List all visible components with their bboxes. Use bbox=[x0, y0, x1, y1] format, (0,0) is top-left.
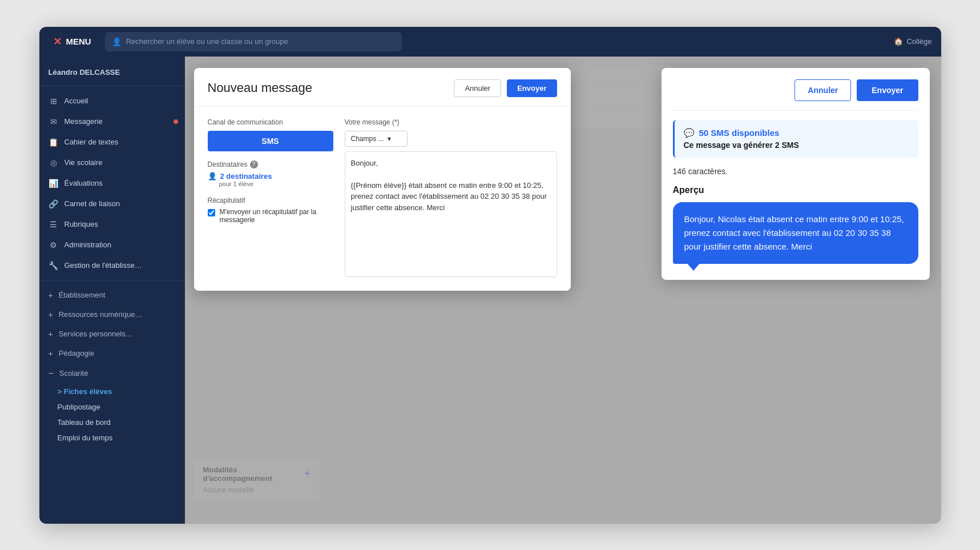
sms-available-box: 💬 50 SMS disponibles Ce message va génér… bbox=[673, 120, 918, 158]
sub-label: Fiches élèves bbox=[64, 387, 112, 396]
sidebar-section-etablissement[interactable]: + Établissement bbox=[39, 286, 185, 305]
recap-label: Récapitulatif bbox=[208, 196, 333, 204]
content-area: 👥 3AB2TEC 👥 3ABESP2 👥 3ABGSVT2 Modalités… bbox=[185, 57, 941, 524]
sidebar-label: Accueil bbox=[64, 97, 88, 105]
recapitulatif-section: Récapitulatif M'envoyer un récapitulatif… bbox=[208, 196, 333, 224]
recap-checkbox-label[interactable]: M'envoyer un récapitulatif par la messag… bbox=[208, 208, 333, 224]
modal-title: Nouveau message bbox=[208, 81, 312, 95]
annuler-button-preview[interactable]: Annuler bbox=[795, 79, 851, 101]
champs-select[interactable]: Champs ... ▾ bbox=[345, 131, 408, 147]
sidebar-item-evaluations[interactable]: 📊 Évaluations bbox=[39, 173, 185, 194]
votre-message-label: Votre message (*) bbox=[345, 118, 557, 126]
dest-label: Destinataires ? bbox=[208, 160, 333, 168]
dest-sub: pour 1 élève bbox=[219, 180, 333, 187]
minus-icon: − bbox=[49, 368, 54, 379]
chart-icon: 📊 bbox=[49, 178, 59, 188]
sidebar-section-ressources[interactable]: + Ressources numérique… bbox=[39, 305, 185, 324]
sidebar: Léandro DELCASSE ⊞ Accueil ✉ Messagerie … bbox=[39, 57, 185, 524]
sub-label: Emploi du temps bbox=[58, 433, 113, 442]
modal-overlay: Nouveau message Annuler Envoyer Canal de… bbox=[185, 57, 941, 524]
plus-icon: + bbox=[49, 310, 53, 319]
modal-body: Canal de communication SMS Destinataires… bbox=[194, 107, 571, 291]
sms-bubble: Bonjour, Nicolas était absent ce matin e… bbox=[673, 202, 918, 264]
menu-label: MENU bbox=[66, 37, 91, 46]
grid-icon: ⊞ bbox=[49, 96, 59, 106]
sidebar-label: Rubriques bbox=[64, 220, 98, 228]
char-count: 146 caractères. bbox=[673, 167, 918, 176]
section-label: Services personnels… bbox=[59, 330, 133, 338]
plus-icon: + bbox=[49, 291, 53, 300]
close-icon: ✕ bbox=[53, 35, 62, 48]
sms-dispo-label: 50 SMS disponibles bbox=[699, 128, 780, 138]
sidebar-sub-publipostage[interactable]: Publipostage bbox=[39, 399, 185, 415]
canal-label: Canal de communication bbox=[208, 118, 333, 126]
message-textarea[interactable]: Bonjour, {{Prénom élève}} était absent c… bbox=[345, 151, 557, 277]
sidebar-item-accueil[interactable]: ⊞ Accueil bbox=[39, 91, 185, 111]
sidebar-item-carnet[interactable]: 🔗 Carnet de liaison bbox=[39, 194, 185, 214]
sub-label: Publipostage bbox=[58, 403, 100, 411]
champs-label: Champs ... bbox=[351, 135, 384, 143]
modal-right-panel: Votre message (*) Champs ... ▾ Bonjour, … bbox=[345, 118, 557, 279]
menu-button[interactable]: ✕ MENU bbox=[49, 33, 96, 50]
sidebar-item-messagerie[interactable]: ✉ Messagerie bbox=[39, 111, 185, 132]
sms-available-top: 💬 50 SMS disponibles bbox=[684, 128, 909, 138]
top-nav: ✕ MENU 👤 Rechercher un élève ou une clas… bbox=[39, 27, 941, 57]
section-label: Ressources numérique… bbox=[59, 310, 143, 319]
college-label: Collège bbox=[906, 37, 931, 46]
sidebar-user: Léandro DELCASSE bbox=[39, 61, 185, 86]
sidebar-item-administration[interactable]: ⚙ Administration bbox=[39, 235, 185, 255]
plus-icon: + bbox=[49, 330, 53, 339]
nouveau-message-modal: Nouveau message Annuler Envoyer Canal de… bbox=[194, 68, 571, 291]
recap-checkbox[interactable] bbox=[208, 209, 215, 216]
modal-left-panel: Canal de communication SMS Destinataires… bbox=[208, 118, 333, 279]
notification-badge bbox=[174, 119, 178, 124]
nav-right: 🏠 Collège bbox=[894, 37, 931, 46]
sidebar-label: Carnet de liaison bbox=[64, 199, 120, 208]
search-placeholder: Rechercher un élève ou une classe ou un … bbox=[126, 37, 288, 46]
sidebar-label: Cahier de textes bbox=[64, 138, 119, 146]
sms-generate-label: Ce message va générer 2 SMS bbox=[684, 140, 909, 150]
search-bar[interactable]: 👤 Rechercher un élève ou une classe ou u… bbox=[105, 32, 402, 51]
list-icon: ☰ bbox=[49, 219, 59, 230]
apercu-label: Aperçu bbox=[673, 185, 918, 195]
link-icon: 🔗 bbox=[49, 199, 59, 209]
sidebar-sub-fiches-eleves[interactable]: Fiches élèves bbox=[39, 384, 185, 399]
sidebar-sub-emploi-temps[interactable]: Emploi du temps bbox=[39, 430, 185, 445]
search-icon: 👤 bbox=[112, 37, 122, 46]
modal-header: Nouveau message Annuler Envoyer bbox=[194, 68, 571, 107]
sub-label: Tableau de bord bbox=[58, 418, 111, 427]
sidebar-item-cahier[interactable]: 📋 Cahier de textes bbox=[39, 132, 185, 152]
home-icon: 🏠 bbox=[894, 37, 903, 46]
sidebar-label: Vie scolaire bbox=[64, 158, 103, 167]
sms-preview-panel: Annuler Envoyer 💬 50 SMS disponibles Ce … bbox=[662, 68, 930, 280]
gear-icon: ⚙ bbox=[49, 240, 59, 250]
settings2-icon: 🔧 bbox=[49, 260, 59, 271]
sidebar-label: Gestion de l'établisse… bbox=[64, 261, 142, 270]
sidebar-label: Messagerie bbox=[64, 117, 103, 126]
sidebar-label: Évaluations bbox=[64, 179, 103, 187]
help-icon: ? bbox=[250, 160, 258, 168]
sidebar-item-gestion[interactable]: 🔧 Gestion de l'établisse… bbox=[39, 255, 185, 276]
dest-count: 👤 2 destinataires bbox=[208, 172, 333, 180]
sidebar-item-vie-scolaire[interactable]: ◎ Vie scolaire bbox=[39, 152, 185, 173]
sidebar-item-rubriques[interactable]: ☰ Rubriques bbox=[39, 214, 185, 235]
sidebar-section-scolarite[interactable]: − Scolarité bbox=[39, 363, 185, 384]
sms-button[interactable]: SMS bbox=[208, 131, 333, 151]
envoyer-button-preview[interactable]: Envoyer bbox=[857, 79, 918, 101]
person-icon: 👤 bbox=[208, 172, 217, 180]
sidebar-label: Administration bbox=[64, 240, 111, 249]
sidebar-section-pedagogie[interactable]: + Pédagogie bbox=[39, 344, 185, 363]
section-label: Pédagogie bbox=[59, 349, 94, 358]
destinataires-section: Destinataires ? 👤 2 destinataires pour 1… bbox=[208, 160, 333, 187]
sidebar-section-services[interactable]: + Services personnels… bbox=[39, 324, 185, 344]
preview-header-actions: Annuler Envoyer bbox=[673, 79, 918, 111]
recap-check-label: M'envoyer un récapitulatif par la messag… bbox=[220, 208, 333, 224]
circle-icon: ◎ bbox=[49, 158, 59, 168]
sms-icon: 💬 bbox=[684, 128, 695, 138]
envoyer-button-top[interactable]: Envoyer bbox=[507, 79, 556, 97]
annuler-button-top[interactable]: Annuler bbox=[454, 79, 501, 97]
section-label: Scolarité bbox=[59, 369, 88, 378]
book-icon: 📋 bbox=[49, 137, 59, 147]
plus-icon: + bbox=[49, 349, 53, 358]
sidebar-sub-tableau-bord[interactable]: Tableau de bord bbox=[39, 415, 185, 430]
